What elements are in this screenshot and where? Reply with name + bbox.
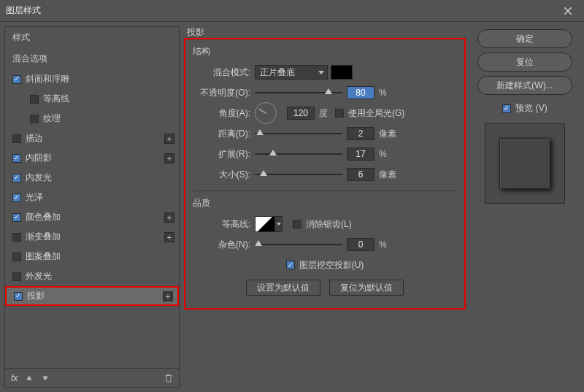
opacity-slider[interactable] [255, 85, 342, 100]
spread-row: 扩展(R): % [193, 144, 457, 164]
styles-header: 样式 [5, 27, 179, 48]
style-item-contour[interactable]: 等高线 [5, 89, 179, 109]
style-item-pattern-overlay[interactable]: 图案叠加 [5, 247, 179, 266]
knockout-row: 图层挖空投影(U) [193, 255, 457, 275]
noise-row: 杂色(N): % [193, 234, 457, 255]
spread-input[interactable] [347, 147, 374, 161]
style-item-gradient-overlay[interactable]: 渐变叠加+ [5, 227, 179, 247]
ok-button[interactable]: 确定 [477, 29, 572, 48]
distance-row: 距离(D): 像素 [193, 123, 457, 144]
make-default-button[interactable]: 设置为默认值 [246, 280, 320, 296]
angle-row: 角度(A): 度 使用全局光(G) [193, 103, 457, 123]
style-list: 斜面和浮雕 等高线 纹理 描边+ 内阴影+ 内发光 光泽 颜色叠加+ 渐变叠加+… [5, 69, 179, 368]
settings-panel: 投影 结构 混合模式: 正片叠底 不透明度(O): % 角度(A): 度 使用全… [184, 26, 466, 388]
checkbox-icon[interactable] [12, 213, 21, 222]
add-effect-button[interactable]: + [164, 232, 174, 242]
chevron-down-icon [318, 71, 324, 74]
reset-default-button[interactable]: 复位为默认值 [329, 280, 404, 296]
contour-dropdown[interactable] [275, 216, 283, 232]
size-row: 大小(S): 像素 [193, 164, 457, 185]
checkbox-icon[interactable] [12, 134, 21, 143]
angle-input[interactable] [287, 107, 315, 120]
arrow-up-icon[interactable] [25, 374, 34, 383]
opacity-input[interactable] [347, 86, 374, 99]
structure-title: 结构 [193, 45, 457, 58]
style-item-drop-shadow[interactable]: 投影+ [5, 286, 179, 306]
contour-row: 等高线: 消除锯齿(L) [193, 214, 457, 234]
angle-dial[interactable] [255, 102, 277, 124]
add-effect-button[interactable]: + [164, 134, 174, 144]
preview-box [485, 123, 565, 204]
distance-input[interactable] [347, 127, 374, 140]
preview-toggle-row: 预览 (V) [502, 102, 547, 115]
quality-title: 品质 [193, 197, 457, 210]
style-item-bevel[interactable]: 斜面和浮雕 [5, 69, 179, 89]
global-light-checkbox[interactable] [335, 109, 344, 118]
checkbox-icon[interactable] [14, 292, 23, 301]
window-title: 图层样式 [6, 4, 41, 17]
style-item-outer-glow[interactable]: 外发光 [5, 266, 179, 286]
styles-sidebar: 样式 混合选项 斜面和浮雕 等高线 纹理 描边+ 内阴影+ 内发光 光泽 颜色叠… [4, 26, 180, 388]
size-input[interactable] [347, 168, 374, 181]
checkbox-icon[interactable] [30, 95, 39, 104]
checkbox-icon[interactable] [12, 253, 21, 261]
preview-checkbox[interactable] [502, 104, 511, 113]
checkbox-icon[interactable] [12, 154, 21, 163]
fx-icon[interactable]: fx [11, 373, 18, 383]
blend-options-item[interactable]: 混合选项 [5, 48, 179, 69]
style-item-stroke[interactable]: 描边+ [5, 128, 179, 148]
checkbox-icon[interactable] [12, 272, 21, 281]
default-buttons: 设置为默认值 复位为默认值 [193, 280, 457, 296]
cancel-button[interactable]: 复位 [477, 53, 572, 72]
title-bar: 图层样式 [0, 0, 584, 22]
style-item-texture[interactable]: 纹理 [5, 109, 179, 128]
checkbox-icon[interactable] [12, 174, 21, 182]
new-style-button[interactable]: 新建样式(W)... [477, 76, 572, 95]
style-item-color-overlay[interactable]: 颜色叠加+ [5, 207, 179, 227]
knockout-checkbox[interactable] [286, 261, 295, 269]
sidebar-footer: fx [5, 368, 179, 387]
checkbox-icon[interactable] [12, 75, 21, 84]
close-button[interactable] [558, 1, 578, 21]
opacity-row: 不透明度(O): % [193, 82, 457, 103]
distance-slider[interactable] [255, 126, 342, 141]
checkbox-icon[interactable] [30, 115, 39, 123]
checkbox-icon[interactable] [12, 233, 21, 242]
style-item-inner-glow[interactable]: 内发光 [5, 168, 179, 188]
checkbox-icon[interactable] [12, 193, 21, 202]
add-effect-button[interactable]: + [163, 291, 173, 301]
blend-mode-row: 混合模式: 正片叠底 [193, 62, 457, 82]
add-effect-button[interactable]: + [164, 153, 174, 164]
noise-input[interactable] [347, 238, 374, 251]
contour-picker[interactable] [255, 216, 275, 232]
close-icon [564, 7, 572, 15]
blend-mode-dropdown[interactable]: 正片叠底 [255, 65, 328, 80]
preview-swatch [499, 138, 550, 189]
add-effect-button[interactable]: + [164, 212, 174, 223]
drop-shadow-settings: 结构 混合模式: 正片叠底 不透明度(O): % 角度(A): 度 使用全局光(… [184, 38, 466, 310]
action-panel: 确定 复位 新建样式(W)... 预览 (V) [470, 26, 580, 388]
noise-slider[interactable] [255, 237, 342, 252]
shadow-color-swatch[interactable] [331, 65, 353, 80]
style-item-satin[interactable]: 光泽 [5, 188, 179, 207]
size-slider[interactable] [255, 167, 342, 182]
trash-icon[interactable] [164, 374, 173, 383]
style-item-inner-shadow[interactable]: 内阴影+ [5, 148, 179, 168]
spread-slider[interactable] [255, 147, 342, 161]
divider [193, 191, 457, 191]
antialias-checkbox[interactable] [293, 220, 301, 228]
arrow-down-icon[interactable] [41, 374, 50, 383]
